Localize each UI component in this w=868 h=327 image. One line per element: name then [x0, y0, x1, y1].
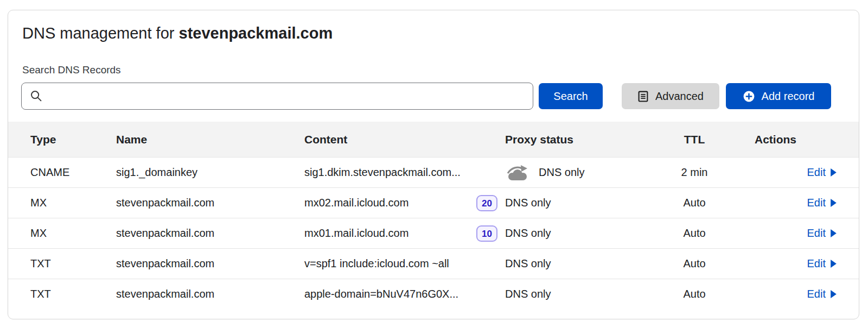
- chevron-right-icon: [830, 290, 837, 299]
- cell-proxy-text: DNS only: [505, 288, 551, 300]
- cell-name: sig1._domainkey: [116, 166, 304, 179]
- table-row: CNAME sig1._domainkey sig1.dkim.stevenpa…: [8, 157, 859, 187]
- cell-name: stevenpackmail.com: [116, 257, 304, 270]
- table-row: TXT stevenpackmail.com apple-domain=bNuV…: [8, 279, 859, 309]
- add-record-button[interactable]: Add record: [726, 83, 831, 109]
- cell-proxy-status: DNS only: [505, 227, 648, 240]
- cell-content: sig1.dkim.stevenpackmail.com...: [304, 166, 505, 179]
- cell-content: mx01.mail.icloud.com 10: [304, 225, 505, 242]
- cell-content: v=spf1 include:icloud.com ~all: [304, 257, 505, 270]
- cell-type: CNAME: [30, 166, 116, 179]
- cell-ttl: 2 min: [648, 166, 741, 179]
- priority-badge: 20: [476, 195, 497, 211]
- cell-content-text: apple-domain=bNuV47n6G0X...: [304, 288, 458, 300]
- cell-actions: Edit: [741, 227, 837, 240]
- dns-management-card: DNS management for stevenpackmail.com Se…: [8, 10, 859, 319]
- cell-ttl: Auto: [648, 197, 741, 209]
- table-header-row: Type Name Content Proxy status TTL Actio…: [8, 122, 859, 157]
- search-dns-records-label: Search DNS Records: [22, 64, 859, 76]
- dns-only-cloud-icon: [505, 165, 530, 181]
- column-header-name: Name: [116, 133, 304, 146]
- chevron-right-icon: [830, 198, 837, 207]
- cell-proxy-status: DNS only: [505, 257, 648, 270]
- cell-name: stevenpackmail.com: [116, 288, 304, 300]
- search-button[interactable]: Search: [539, 83, 603, 109]
- cell-actions: Edit: [741, 288, 837, 300]
- cell-proxy-status: DNS only: [505, 197, 648, 209]
- table-row: MX stevenpackmail.com mx01.mail.icloud.c…: [8, 218, 859, 248]
- cell-proxy-text: DNS only: [505, 227, 551, 240]
- cell-ttl: Auto: [648, 257, 741, 270]
- edit-link-label: Edit: [807, 166, 826, 179]
- cell-type: MX: [30, 197, 116, 209]
- column-header-ttl: TTL: [648, 133, 741, 146]
- edit-link[interactable]: Edit: [807, 288, 837, 300]
- search-icon: [30, 90, 43, 103]
- edit-link[interactable]: Edit: [807, 227, 837, 240]
- table-body: CNAME sig1._domainkey sig1.dkim.stevenpa…: [8, 157, 859, 309]
- plus-circle-icon: [743, 90, 755, 103]
- page-title-domain: stevenpackmail.com: [179, 24, 333, 42]
- column-header-proxy-status: Proxy status: [505, 133, 648, 146]
- column-header-content: Content: [304, 133, 505, 146]
- cell-ttl: Auto: [648, 288, 741, 300]
- table-row: TXT stevenpackmail.com v=spf1 include:ic…: [8, 248, 859, 279]
- priority-badge: 10: [476, 225, 497, 242]
- cell-content: mx02.mail.icloud.com 20: [304, 195, 505, 211]
- page-title-prefix: DNS management for: [22, 24, 179, 42]
- edit-link-label: Edit: [807, 197, 826, 209]
- edit-link[interactable]: Edit: [807, 257, 837, 270]
- chevron-right-icon: [830, 259, 837, 268]
- cell-content-text: sig1.dkim.stevenpackmail.com...: [304, 166, 461, 179]
- table-row: MX stevenpackmail.com mx02.mail.icloud.c…: [8, 187, 859, 218]
- cell-type: MX: [30, 227, 116, 240]
- cell-proxy-text: DNS only: [539, 166, 584, 179]
- cell-proxy-text: DNS only: [505, 257, 551, 270]
- cell-actions: Edit: [741, 166, 837, 179]
- add-record-button-label: Add record: [762, 90, 815, 103]
- column-header-type: Type: [30, 133, 116, 146]
- advanced-button-label: Advanced: [655, 90, 704, 103]
- cell-content-text: v=spf1 include:icloud.com ~all: [304, 257, 449, 270]
- search-input[interactable]: [21, 83, 533, 110]
- cell-actions: Edit: [741, 257, 837, 270]
- edit-link[interactable]: Edit: [807, 197, 837, 209]
- cell-name: stevenpackmail.com: [116, 227, 304, 240]
- cell-content-text: mx02.mail.icloud.com: [304, 197, 409, 209]
- edit-link[interactable]: Edit: [807, 166, 837, 179]
- cell-content: apple-domain=bNuV47n6G0X...: [304, 288, 505, 300]
- chevron-right-icon: [830, 229, 837, 238]
- cell-proxy-text: DNS only: [505, 197, 551, 209]
- cell-type: TXT: [30, 257, 116, 270]
- page-title: DNS management for stevenpackmail.com: [22, 24, 859, 42]
- cell-actions: Edit: [741, 197, 837, 209]
- dns-records-table: Type Name Content Proxy status TTL Actio…: [8, 122, 859, 309]
- cell-ttl: Auto: [648, 227, 741, 240]
- advanced-button[interactable]: Advanced: [622, 83, 719, 109]
- list-document-icon: [637, 91, 649, 102]
- cell-proxy-status: DNS only: [505, 288, 648, 300]
- search-input-wrap: [21, 83, 533, 110]
- cell-proxy-status: DNS only: [505, 165, 648, 181]
- column-header-actions: Actions: [741, 133, 837, 146]
- search-controls: Search Advanced Add record: [21, 83, 859, 110]
- cell-type: TXT: [30, 288, 116, 300]
- cell-content-text: mx01.mail.icloud.com: [304, 227, 409, 240]
- edit-link-label: Edit: [807, 257, 826, 270]
- edit-link-label: Edit: [807, 227, 826, 240]
- cell-name: stevenpackmail.com: [116, 197, 304, 209]
- chevron-right-icon: [830, 168, 837, 177]
- edit-link-label: Edit: [807, 288, 826, 300]
